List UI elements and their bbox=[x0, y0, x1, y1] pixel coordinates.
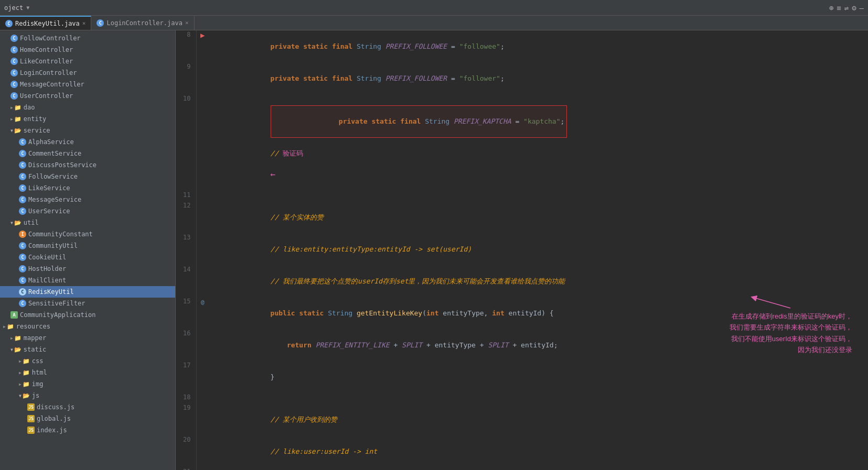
list-icon[interactable]: ≡ bbox=[837, 4, 841, 12]
sidebar-item-css[interactable]: ▶ 📁 css bbox=[0, 355, 175, 367]
triangle-closed: ▶ bbox=[3, 324, 6, 329]
gear-icon[interactable]: ⚙ bbox=[852, 4, 856, 12]
line-number: 10 bbox=[176, 94, 196, 191]
triangle-closed: ▶ bbox=[19, 370, 22, 375]
sidebar-item-follow-controller[interactable]: C FollowController bbox=[0, 32, 175, 44]
triangle-closed: ▶ bbox=[19, 382, 22, 387]
project-dropdown[interactable]: ▼ bbox=[26, 5, 29, 10]
c-icon: C bbox=[19, 242, 26, 249]
sidebar-item-resources[interactable]: ▶ 📁 resources bbox=[0, 321, 175, 332]
sidebar-item-follow-service[interactable]: C FollowService bbox=[0, 171, 175, 182]
line-gutter bbox=[196, 403, 209, 435]
c-icon: C bbox=[10, 35, 18, 42]
folder-open-icon: 📂 bbox=[14, 220, 22, 226]
folder-icon: 📁 bbox=[14, 116, 22, 123]
line-content: private static final String PREFIX_FOLLO… bbox=[209, 30, 868, 62]
globe-icon[interactable]: ⊕ bbox=[829, 4, 833, 12]
line-number: 19 bbox=[176, 403, 196, 435]
split-icon[interactable]: ⇌ bbox=[844, 4, 849, 12]
js-icon: JS bbox=[27, 427, 35, 434]
line-content bbox=[209, 191, 868, 201]
c-icon: C bbox=[19, 277, 26, 284]
sidebar-item-discuss-js[interactable]: JS discuss.js bbox=[0, 401, 175, 413]
sidebar-item-comment-service[interactable]: C CommentService bbox=[0, 148, 175, 159]
sidebar-item-global-js[interactable]: JS global.js bbox=[0, 413, 175, 424]
line-number: 18 bbox=[176, 393, 196, 403]
sidebar-item-like-controller[interactable]: C LikeController bbox=[0, 56, 175, 67]
i-icon: I bbox=[19, 231, 26, 238]
table-row: 12 // 某个实体的赞 bbox=[176, 201, 868, 233]
line-gutter bbox=[196, 265, 209, 297]
sidebar-item-mapper[interactable]: ▶ 📁 mapper bbox=[0, 332, 175, 344]
line-content: // like:user:userId -> int bbox=[209, 435, 868, 467]
sidebar-item-mail-client[interactable]: C MailClient bbox=[0, 275, 175, 286]
tab-redis[interactable]: C RedisKeyUtil.java × bbox=[0, 16, 91, 30]
c-icon: C bbox=[19, 288, 26, 296]
sidebar-item-entity[interactable]: ▶ 📁 entity bbox=[0, 113, 175, 125]
line-gutter bbox=[196, 233, 209, 265]
c-icon: C bbox=[10, 69, 18, 76]
sidebar-item-message-service[interactable]: C MessageService bbox=[0, 194, 175, 205]
folder-icon: 📁 bbox=[14, 104, 22, 111]
table-row: 13 // like:entity:entityType:entityId ->… bbox=[176, 233, 868, 265]
sidebar-item-dao[interactable]: ▶ 📁 dao bbox=[0, 102, 175, 113]
sidebar-item-host-holder[interactable]: C HostHolder bbox=[0, 263, 175, 275]
sidebar-item-js[interactable]: ▼ 📂 js bbox=[0, 390, 175, 401]
tab-login[interactable]: C LoginController.java × bbox=[91, 16, 194, 30]
table-row: 8 ▶ private static final String PREFIX_F… bbox=[176, 30, 868, 62]
sidebar-item-alpha-service[interactable]: C AlphaService bbox=[0, 136, 175, 148]
line-content: return PREFIX_ENTITY_LIKE + SPLIT + enti… bbox=[209, 329, 868, 361]
sidebar-item-img[interactable]: ▶ 📁 img bbox=[0, 378, 175, 390]
sidebar-item-home-controller[interactable]: C HomeController bbox=[0, 44, 175, 56]
line-content: // 某个实体的赞 bbox=[209, 201, 868, 233]
sidebar-item-util-folder[interactable]: ▼ 📂 util bbox=[0, 217, 175, 228]
sidebar-item-community-util[interactable]: C CommunityUtil bbox=[0, 240, 175, 252]
sidebar-item-discuss-post-service[interactable]: C DiscussPostService bbox=[0, 159, 175, 171]
line-number: 8 bbox=[176, 30, 196, 62]
c-icon: C bbox=[19, 254, 26, 261]
sidebar-item-user-controller[interactable]: C UserController bbox=[0, 90, 175, 102]
folder-icon: 📁 bbox=[7, 323, 14, 330]
minimize-icon[interactable]: — bbox=[860, 4, 864, 12]
table-row: 20 // like:user:userId -> int bbox=[176, 435, 868, 467]
c-icon: C bbox=[19, 173, 26, 180]
sidebar: C FollowController C HomeController C Li… bbox=[0, 30, 176, 470]
line-content: private static final String PREFIX_FOLLO… bbox=[209, 62, 868, 94]
code-editor[interactable]: 8 ▶ private static final String PREFIX_F… bbox=[176, 30, 868, 470]
line-number: 12 bbox=[176, 201, 196, 233]
sidebar-item-community-constant[interactable]: I CommunityConstant bbox=[0, 228, 175, 240]
line-content bbox=[209, 393, 868, 403]
line-content: } bbox=[209, 361, 868, 393]
sidebar-item-sensitive-filter[interactable]: C SensitiveFilter bbox=[0, 298, 175, 309]
line-gutter bbox=[196, 191, 209, 201]
tab-redis-close[interactable]: × bbox=[82, 20, 86, 27]
folder-icon: 📁 bbox=[23, 369, 30, 376]
line-number: 21 bbox=[176, 467, 196, 470]
sidebar-item-service-folder[interactable]: ▼ 📂 service bbox=[0, 125, 175, 136]
sidebar-item-html[interactable]: ▶ 📁 html bbox=[0, 367, 175, 378]
line-number: 9 bbox=[176, 62, 196, 94]
at-icon: @ bbox=[201, 299, 205, 305]
tab-login-close[interactable]: × bbox=[185, 19, 189, 26]
sidebar-item-like-service[interactable]: C LikeService bbox=[0, 182, 175, 194]
sidebar-item-cookie-util[interactable]: C CookieUtil bbox=[0, 252, 175, 263]
bookmark-icon: ▶ bbox=[200, 31, 205, 39]
sidebar-item-message-controller[interactable]: C MessageController bbox=[0, 79, 175, 90]
project-label[interactable]: oject bbox=[4, 4, 23, 12]
top-bar: oject ▼ ⊕ ≡ ⇌ ⚙ — bbox=[0, 0, 868, 16]
folder-open-icon: 📂 bbox=[14, 127, 22, 134]
triangle-open: ▼ bbox=[10, 128, 13, 133]
sidebar-item-community-application[interactable]: A CommunityApplication bbox=[0, 309, 175, 321]
sidebar-item-index-js[interactable]: JS index.js bbox=[0, 424, 175, 436]
main-content: C FollowController C HomeController C Li… bbox=[0, 30, 868, 470]
sidebar-item-redis-key-util[interactable]: C RedisKeyUtil bbox=[0, 286, 175, 298]
sidebar-item-user-service[interactable]: C UserService bbox=[0, 205, 175, 217]
toolbar-icons: ⊕ ≡ ⇌ ⚙ — bbox=[829, 4, 864, 12]
folder-icon: 📁 bbox=[23, 381, 30, 388]
sidebar-item-static[interactable]: ▼ 📂 static bbox=[0, 344, 175, 355]
triangle-closed: ▶ bbox=[10, 117, 13, 122]
code-scroll[interactable]: 8 ▶ private static final String PREFIX_F… bbox=[176, 30, 868, 470]
sidebar-item-login-controller[interactable]: C LoginController bbox=[0, 67, 175, 79]
c-icon: C bbox=[19, 196, 26, 203]
table-row: 18 bbox=[176, 393, 868, 403]
